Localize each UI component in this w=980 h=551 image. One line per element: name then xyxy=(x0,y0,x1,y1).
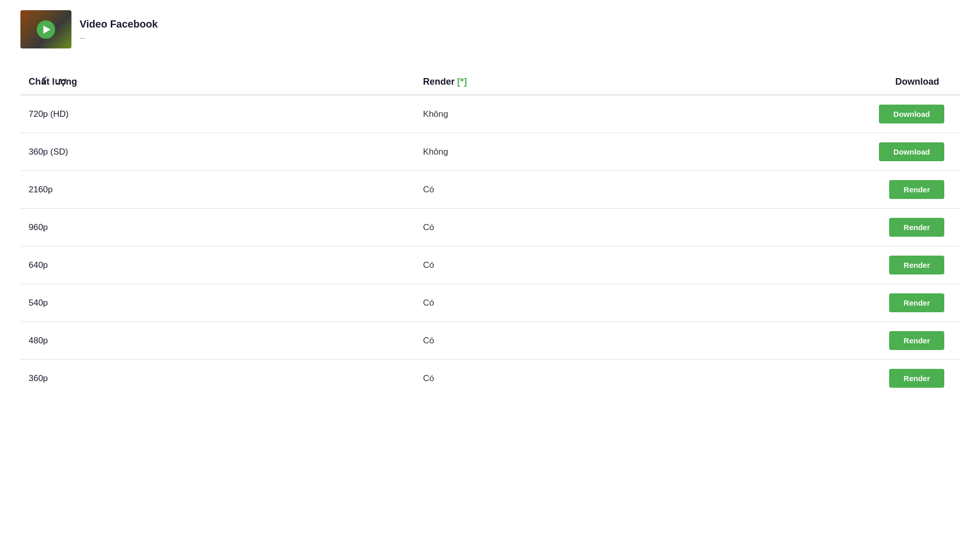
col-header-download: Download xyxy=(744,69,960,95)
quality-cell: 960p xyxy=(20,209,415,246)
page-subtitle: ... xyxy=(80,32,158,40)
download-table-container: Chất lượng Render [*] Download 720p (HD)… xyxy=(20,69,960,397)
table-row: 540pCóRender xyxy=(20,284,960,322)
render-cell: Có xyxy=(415,284,744,322)
action-cell: Render xyxy=(744,360,960,397)
action-cell: Render xyxy=(744,209,960,246)
render-button[interactable]: Render xyxy=(889,293,944,312)
download-table: Chất lượng Render [*] Download 720p (HD)… xyxy=(20,69,960,397)
table-row: 360pCóRender xyxy=(20,360,960,397)
table-row: 480pCóRender xyxy=(20,322,960,360)
action-cell: Render xyxy=(744,171,960,209)
page-title: Video Facebook xyxy=(80,18,158,30)
action-cell: Render xyxy=(744,246,960,284)
render-cell: Có xyxy=(415,246,744,284)
action-cell: Download xyxy=(744,133,960,171)
table-body: 720p (HD)KhôngDownload360p (SD)KhôngDown… xyxy=(20,95,960,397)
render-label: Render xyxy=(423,77,455,87)
render-button[interactable]: Render xyxy=(889,256,944,274)
table-row: 2160pCóRender xyxy=(20,171,960,209)
quality-cell: 720p (HD) xyxy=(20,95,415,133)
table-row: 640pCóRender xyxy=(20,246,960,284)
quality-cell: 480p xyxy=(20,322,415,360)
render-asterisk: [*] xyxy=(457,77,467,87)
quality-cell: 640p xyxy=(20,246,415,284)
render-cell: Có xyxy=(415,322,744,360)
render-cell: Có xyxy=(415,360,744,397)
header-text: Video Facebook ... xyxy=(80,18,158,40)
render-cell: Không xyxy=(415,95,744,133)
col-header-quality: Chất lượng xyxy=(20,69,415,95)
table-header: Chất lượng Render [*] Download xyxy=(20,69,960,95)
quality-cell: 360p xyxy=(20,360,415,397)
video-thumbnail xyxy=(20,10,71,48)
render-cell: Có xyxy=(415,209,744,246)
render-cell: Không xyxy=(415,133,744,171)
action-cell: Download xyxy=(744,95,960,133)
page-header: Video Facebook ... xyxy=(20,10,960,48)
action-cell: Render xyxy=(744,322,960,360)
col-header-render: Render [*] xyxy=(415,69,744,95)
render-button[interactable]: Render xyxy=(889,331,944,350)
quality-cell: 360p (SD) xyxy=(20,133,415,171)
download-button[interactable]: Download xyxy=(879,105,944,123)
quality-cell: 2160p xyxy=(20,171,415,209)
table-row: 360p (SD)KhôngDownload xyxy=(20,133,960,171)
action-cell: Render xyxy=(744,284,960,322)
render-button[interactable]: Render xyxy=(889,369,944,388)
quality-cell: 540p xyxy=(20,284,415,322)
render-cell: Có xyxy=(415,171,744,209)
play-icon xyxy=(37,20,55,39)
render-button[interactable]: Render xyxy=(889,180,944,199)
download-button[interactable]: Download xyxy=(879,142,944,161)
table-row: 960pCóRender xyxy=(20,209,960,246)
render-button[interactable]: Render xyxy=(889,218,944,237)
table-row: 720p (HD)KhôngDownload xyxy=(20,95,960,133)
